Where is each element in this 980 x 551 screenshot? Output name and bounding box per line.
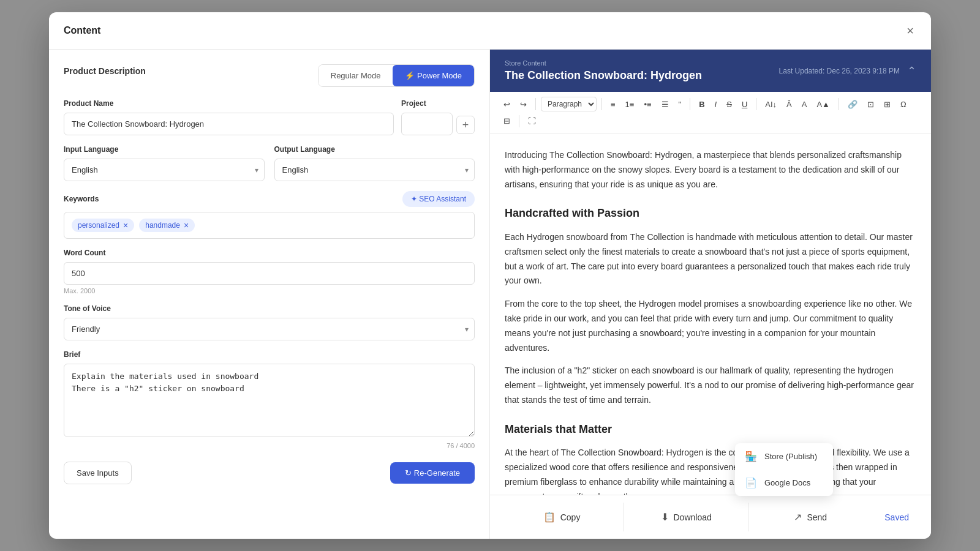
editor-footer: 📋 Copy ⬇ Download ↗ Send Saved [490, 495, 931, 539]
modal-title: Content [64, 25, 100, 36]
keywords-header: Keywords ✦ SEO Assistant [64, 191, 475, 207]
popup-menu: 🏪 Store (Publish) 📄 Google Docs [735, 443, 833, 496]
product-name-label: Product Name [64, 99, 394, 108]
output-language-field: Output Language English ▾ [274, 145, 475, 181]
saved-label: Saved [872, 504, 921, 531]
output-language-label: Output Language [274, 145, 475, 154]
brief-section: Brief Explain the materials used in snow… [64, 350, 475, 449]
output-language-select[interactable]: English [274, 159, 475, 181]
toolbar-align-button[interactable]: ≡ [607, 97, 619, 111]
word-count-section: Word Count Max. 2000 [64, 249, 475, 294]
modal-body: Product Description Regular Mode ⚡ Power… [49, 50, 931, 539]
bottom-actions: Save Inputs ↻ Re-Generate [64, 462, 475, 484]
collapse-button[interactable]: ⌃ [907, 64, 916, 78]
toolbar-ai-button[interactable]: AI↓ [761, 97, 780, 111]
toolbar-embed-button[interactable]: ⊟ [500, 114, 514, 128]
toolbar-special-button[interactable]: Ω [897, 97, 910, 111]
copy-button[interactable]: 📋 Copy [500, 503, 624, 531]
mode-toggle: Regular Mode ⚡ Power Mode [318, 64, 475, 87]
toolbar-sep-3 [690, 98, 690, 110]
toolbar-image-button[interactable]: ⊡ [864, 97, 878, 111]
store-publish-icon: 🏪 [745, 451, 757, 462]
tag-label: handmade [145, 221, 180, 230]
toolbar-undo-button[interactable]: ↩ [500, 97, 514, 111]
download-button[interactable]: ⬇ Download [624, 503, 748, 531]
content-h2-2: Materials that Matter [505, 420, 916, 439]
copy-label: Copy [560, 512, 581, 522]
regenerate-button[interactable]: ↻ Re-Generate [390, 462, 475, 484]
content-p1: Each Hydrogen snowboard from The Collect… [505, 230, 916, 288]
toolbar-table-button[interactable]: ⊞ [880, 97, 894, 111]
word-count-input[interactable] [64, 262, 475, 285]
toolbar-ul-button[interactable]: •≡ [640, 97, 655, 111]
char-count: 76 / 4000 [64, 442, 475, 449]
toolbar-sep-4 [756, 98, 756, 110]
send-button[interactable]: ↗ Send [748, 503, 872, 531]
language-row: Input Language English ▾ Output Language [64, 145, 475, 181]
input-language-select[interactable]: English [64, 159, 265, 181]
popup-google-docs[interactable]: 📄 Google Docs [735, 470, 833, 496]
save-inputs-button[interactable]: Save Inputs [64, 462, 132, 484]
toolbar-strike-button[interactable]: S [723, 97, 736, 111]
toolbar-fullscreen-button[interactable]: ⛶ [524, 114, 540, 128]
toolbar-quote-button[interactable]: " [675, 97, 685, 111]
toolbar-ol-button[interactable]: 1≡ [622, 97, 638, 111]
google-docs-icon: 📄 [745, 477, 757, 489]
product-name-row: Product Name Project + [64, 99, 475, 135]
copy-icon: 📋 [543, 511, 556, 523]
right-panel: Store Content The Collection Snowboard: … [490, 50, 931, 539]
last-updated-text: Last Updated: Dec 26, 2023 9:18 PM [779, 67, 900, 75]
content-h2-1: Handcrafted with Passion [505, 204, 916, 223]
tone-section: Tone of Voice Friendly ▾ [64, 304, 475, 340]
modal-overlay: Content × Product Description Regular Mo… [0, 0, 980, 551]
toolbar-bold-button[interactable]: B [695, 97, 708, 111]
content-p3: The inclusion of a "h2" sticker on each … [505, 364, 916, 407]
toolbar-link-button[interactable]: 🔗 [844, 97, 861, 111]
toolbar-list-button[interactable]: ☰ [658, 97, 673, 111]
project-label: Project [401, 99, 475, 108]
product-name-input[interactable] [64, 113, 394, 135]
tag-remove-personalized[interactable]: × [123, 221, 128, 230]
keywords-label: Keywords [64, 195, 99, 203]
power-mode-button[interactable]: ⚡ Power Mode [393, 65, 474, 86]
product-name-field: Product Name [64, 99, 394, 135]
input-language-label: Input Language [64, 145, 265, 154]
popup-docs-label: Google Docs [764, 478, 810, 487]
toolbar-font-color-button[interactable]: A [798, 97, 811, 111]
editor-toolbar: ↩ ↪ Paragraph ≡ 1≡ •≡ ☰ " B I S U [490, 92, 931, 133]
brief-textarea[interactable]: Explain the materials used in snowboard … [64, 364, 475, 437]
download-icon: ⬇ [661, 511, 669, 523]
project-input[interactable] [401, 113, 453, 135]
toolbar-paragraph-select[interactable]: Paragraph [541, 97, 597, 111]
popup-store-label: Store (Publish) [764, 452, 817, 461]
toolbar-highlight-button[interactable]: A▲ [813, 97, 834, 111]
toolbar-italic-button[interactable]: I [711, 97, 721, 111]
regular-mode-button[interactable]: Regular Mode [318, 65, 393, 86]
keywords-tags[interactable]: personalized × handmade × [64, 212, 475, 239]
toolbar-font-size-button[interactable]: Ā [783, 97, 796, 111]
output-language-select-wrap: English ▾ [274, 159, 475, 181]
content-modal: Content × Product Description Regular Mo… [49, 12, 931, 539]
keywords-section: Keywords ✦ SEO Assistant personalized × … [64, 191, 475, 239]
toolbar-sep-2 [601, 98, 602, 110]
toolbar-underline-button[interactable]: U [738, 97, 751, 111]
store-product-title: The Collection Snowboard: Hydrogen [505, 69, 702, 82]
tone-select[interactable]: Friendly [64, 318, 475, 340]
tag-remove-handmade[interactable]: × [184, 221, 189, 230]
seo-assistant-button[interactable]: ✦ SEO Assistant [402, 191, 475, 207]
editor-content[interactable]: Introducing The Collection Snowboard: Hy… [490, 133, 931, 495]
tag-personalized: personalized × [72, 219, 134, 232]
toolbar-redo-button[interactable]: ↪ [516, 97, 530, 111]
store-header-left: Store Content The Collection Snowboard: … [505, 59, 702, 82]
toolbar-sep-1 [535, 98, 536, 110]
toolbar-sep-6 [519, 115, 519, 127]
modal-header: Content × [49, 12, 931, 50]
popup-store-publish[interactable]: 🏪 Store (Publish) [735, 443, 833, 470]
word-count-label: Word Count [64, 249, 475, 257]
toolbar-sep-5 [839, 98, 839, 110]
close-button[interactable]: × [904, 22, 916, 39]
tone-select-wrap: Friendly ▾ [64, 318, 475, 340]
send-label: Send [807, 512, 827, 522]
project-add-button[interactable]: + [456, 116, 475, 134]
send-icon: ↗ [794, 511, 802, 523]
